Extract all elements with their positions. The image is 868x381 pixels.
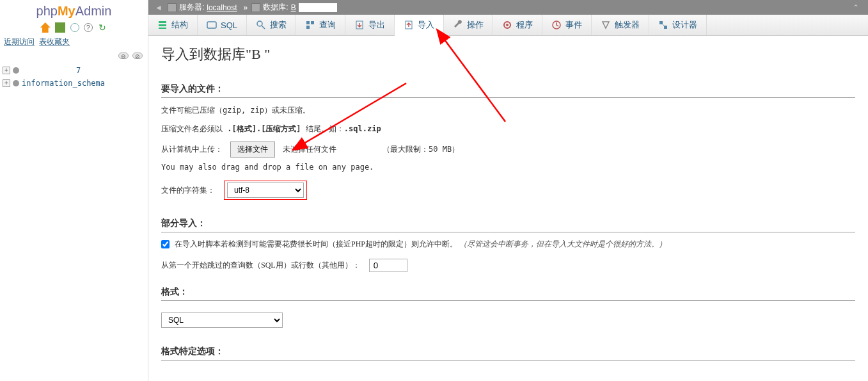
tree-item[interactable]: + 7 [1,64,146,77]
unlink-icon[interactable]: ⊘ [132,53,143,59]
triggers-icon [601,20,611,30]
logout-icon[interactable] [55,22,65,33]
logo[interactable]: phpMyAdmin [0,0,148,21]
help2-suffix: 结尾。如： [301,124,344,133]
tab-label: 操作 [467,19,484,31]
redacted-db-name [22,67,76,74]
wrench-icon [453,20,463,30]
help-icon[interactable]: ? [84,23,93,32]
structure-icon [157,20,168,30]
tab-export[interactable]: 导出 [345,15,395,35]
tree-label: information_schema [22,79,105,88]
skip-input[interactable] [369,259,407,272]
compress-help-2: 压缩文件名必须以 .[格式].[压缩方式] 结尾。如：.sql.zip [161,123,855,135]
bc-server-label: 服务器: [179,2,204,13]
page-title: 导入到数据库"B " [161,45,855,64]
bc-server-link[interactable]: localhost [207,3,237,12]
main: ◄ 服务器: localhost » 数据库: B ⌃ 结构 SQL 搜索 查询… [148,0,868,381]
svg-rect-1 [159,24,166,26]
tab-triggers[interactable]: 触发器 [592,15,649,35]
bc-separator: » [244,3,248,12]
reload-icon[interactable]: ↻ [97,22,107,33]
db-icon [13,67,19,74]
svg-rect-7 [311,21,314,24]
tab-label: 设计器 [672,19,697,31]
collapse-left-icon[interactable]: ◄ [155,3,162,12]
compress-help-1: 文件可能已压缩（gzip, zip）或未压缩。 [161,104,855,117]
tab-label: SQL [221,20,237,30]
sql-icon [207,20,217,30]
help2-prefix: 压缩文件名必须以 [161,124,227,133]
db-icon [13,80,19,86]
svg-rect-6 [306,21,310,24]
charset-highlight: utf-8 [224,181,307,200]
tab-events[interactable]: 事件 [542,15,592,35]
svg-rect-14 [659,21,663,24]
sidebar-toolbar: ? ↻ [0,21,148,34]
tab-sql[interactable]: SQL [198,15,247,35]
tab-label: 事件 [565,19,582,31]
upload-label: 从计算机中上传： [161,144,223,155]
tree-item[interactable]: + information_schema [1,77,146,90]
tab-label: 程序 [516,19,533,31]
db-tree: + 7 + information_schema [0,61,148,92]
tab-query[interactable]: 查询 [296,15,345,35]
svg-point-4 [257,21,262,26]
format-select[interactable]: SQL [161,312,283,328]
recent-link[interactable]: 近期访问 [4,37,35,46]
breadcrumb: ◄ 服务器: localhost » 数据库: B ⌃ [148,0,868,15]
tab-routines[interactable]: 程序 [493,15,542,35]
favorites-link[interactable]: 表收藏夹 [39,37,70,46]
partial-note-text: （尽管这会中断事务，但在导入大文件时是个很好的方法。） [459,239,667,248]
charset-label: 文件的字符集： [161,185,215,196]
tab-search[interactable]: 搜索 [247,15,296,35]
allow-interrupt-label: 在导入时脚本若检测到可能需要花费很长时间（接近PHP超时的限定）则允许中断。 （… [175,239,667,250]
bc-db-label: 数据库: [263,2,288,13]
clock-icon [551,20,562,30]
tab-label: 导出 [368,19,385,31]
query-icon [305,20,315,30]
home-icon[interactable] [40,22,51,33]
logo-my: My [58,4,75,18]
section-partial-heading: 部分导入： [161,218,855,232]
tab-label: 结构 [171,19,188,31]
redacted-db-name [299,3,337,12]
expand-icon[interactable]: + [3,67,10,74]
drag-drop-note: You may also drag and drop a file on any… [161,163,855,172]
gear-icon [502,20,512,30]
tab-structure[interactable]: 结构 [148,15,198,35]
section-file-heading: 要导入的文件： [161,83,855,98]
section-format-options-heading: 格式特定选项： [161,346,855,361]
collapse-icon[interactable]: ⊖ [118,53,129,59]
logo-php: php [36,4,58,18]
svg-rect-15 [664,26,667,29]
allow-interrupt-checkbox[interactable] [161,240,170,248]
scroll-top-icon[interactable]: ⌃ [853,3,859,12]
section-format-heading: 格式： [161,286,855,301]
tab-operations[interactable]: 操作 [444,15,493,35]
no-file-text: 未选择任何文件 [283,144,336,155]
charset-select[interactable]: utf-8 [227,182,304,198]
tab-label: 触发器 [615,19,640,31]
tab-label: 搜索 [270,19,287,31]
search-icon [256,20,266,30]
tab-import[interactable]: 导入 [395,15,444,36]
max-size-text: （最大限制：50 MB） [383,144,459,155]
svg-rect-3 [207,22,216,28]
bc-db-link-prefix[interactable]: B [291,3,296,12]
tab-designer[interactable]: 设计器 [649,15,707,35]
docs-icon[interactable] [70,23,79,32]
database-icon [251,3,260,12]
help2-bold: .[格式].[压缩方式] [227,124,301,133]
svg-line-5 [262,26,265,29]
svg-line-16 [663,24,664,26]
help2-example: .sql.zip [344,124,381,133]
svg-rect-0 [159,21,166,23]
designer-icon [658,20,668,30]
sidebar: phpMyAdmin ? ↻ 近期访问 表收藏夹 ⊖ ⊘ + 7 [0,0,148,381]
export-icon [354,20,365,30]
choose-file-button[interactable]: 选择文件 [230,142,275,158]
expand-icon[interactable]: + [3,79,10,87]
content: 导入到数据库"B " 要导入的文件： 文件可能已压缩（gzip, zip）或未压… [148,36,868,381]
server-icon [168,3,177,12]
